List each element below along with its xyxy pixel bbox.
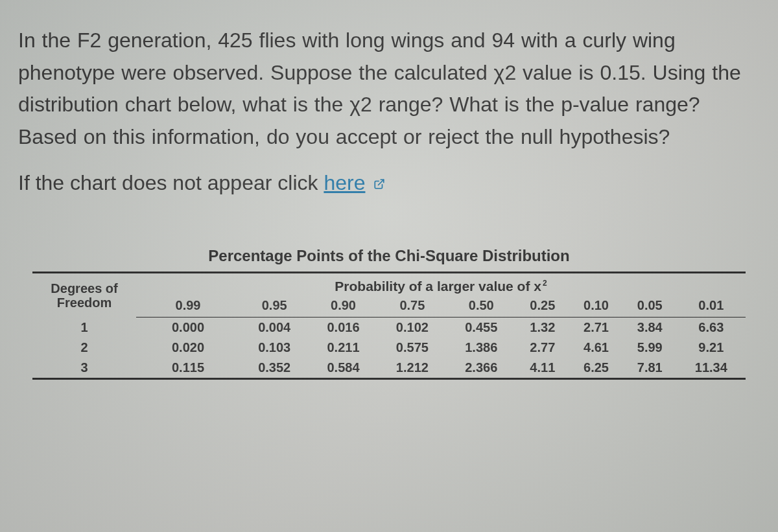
df-cell: 2	[32, 338, 136, 358]
value-cell: 11.34	[677, 358, 746, 379]
table-row: 2 0.020 0.103 0.211 0.575 1.386 2.77 4.6…	[32, 338, 746, 358]
chart-link-text: here	[324, 171, 365, 194]
chart-note-prefix: If the chart does not appear click	[18, 171, 324, 194]
svg-line-0	[379, 180, 384, 185]
table-row: 3 0.115 0.352 0.584 1.212 2.366 4.11 6.2…	[32, 358, 746, 379]
value-cell: 0.103	[240, 338, 309, 358]
value-cell: 0.352	[240, 358, 309, 379]
p-header: 0.95	[240, 297, 309, 318]
table-caption: Percentage Points of the Chi-Square Dist…	[32, 247, 746, 272]
df-cell: 3	[32, 358, 136, 379]
p-header: 0.50	[447, 297, 515, 318]
value-cell: 2.366	[447, 358, 515, 379]
p-header: 0.01	[677, 297, 746, 318]
p-header: 0.99	[136, 297, 240, 318]
p-header: 0.05	[623, 297, 677, 318]
value-cell: 0.102	[378, 318, 447, 338]
probability-spanner: Probability of a larger value of x2	[136, 273, 746, 297]
value-cell: 2.71	[569, 318, 623, 338]
p-header: 0.90	[309, 297, 377, 318]
table-row: 1 0.000 0.004 0.016 0.102 0.455 1.32 2.7…	[32, 318, 746, 338]
chi-square-table: Percentage Points of the Chi-Square Dist…	[32, 247, 746, 380]
value-cell: 0.000	[136, 318, 240, 338]
chart-link[interactable]: here	[324, 171, 365, 194]
p-header: 0.25	[515, 297, 569, 318]
value-cell: 5.99	[623, 338, 677, 358]
value-cell: 0.455	[447, 318, 515, 338]
value-cell: 4.61	[569, 338, 623, 358]
value-cell: 0.016	[309, 318, 377, 338]
df-cell: 1	[32, 318, 136, 338]
value-cell: 1.32	[515, 318, 569, 338]
value-cell: 0.584	[309, 358, 377, 379]
value-cell: 0.020	[136, 338, 240, 358]
value-cell: 1.212	[378, 358, 447, 379]
value-cell: 0.575	[378, 338, 447, 358]
value-cell: 7.81	[623, 358, 677, 379]
question-text: In the F2 generation, 425 flies with lon…	[18, 25, 760, 153]
value-cell: 1.386	[447, 338, 515, 358]
chart-fallback-note: If the chart does not appear click here	[18, 171, 760, 195]
value-cell: 4.11	[515, 358, 569, 379]
value-cell: 0.211	[309, 338, 377, 358]
value-cell: 2.77	[515, 338, 569, 358]
dof-header-line2: Freedom	[57, 295, 112, 310]
spanner-text: Probability of a larger value of x	[335, 279, 541, 294]
p-header: 0.10	[569, 297, 623, 318]
value-cell: 6.63	[677, 318, 746, 338]
p-header-row: 0.99 0.95 0.90 0.75 0.50 0.25 0.10 0.05 …	[32, 297, 746, 318]
value-cell: 9.21	[677, 338, 746, 358]
external-link-icon	[373, 178, 385, 190]
value-cell: 3.84	[623, 318, 677, 338]
chi-square-table-container: Percentage Points of the Chi-Square Dist…	[32, 247, 746, 380]
dof-header: Degrees of Freedom	[32, 273, 136, 318]
dof-header-line1: Degrees of	[51, 281, 117, 295]
spanner-sup: 2	[543, 279, 547, 288]
value-cell: 0.115	[136, 358, 240, 379]
value-cell: 0.004	[240, 318, 309, 338]
value-cell: 6.25	[569, 358, 623, 379]
p-header: 0.75	[378, 297, 447, 318]
